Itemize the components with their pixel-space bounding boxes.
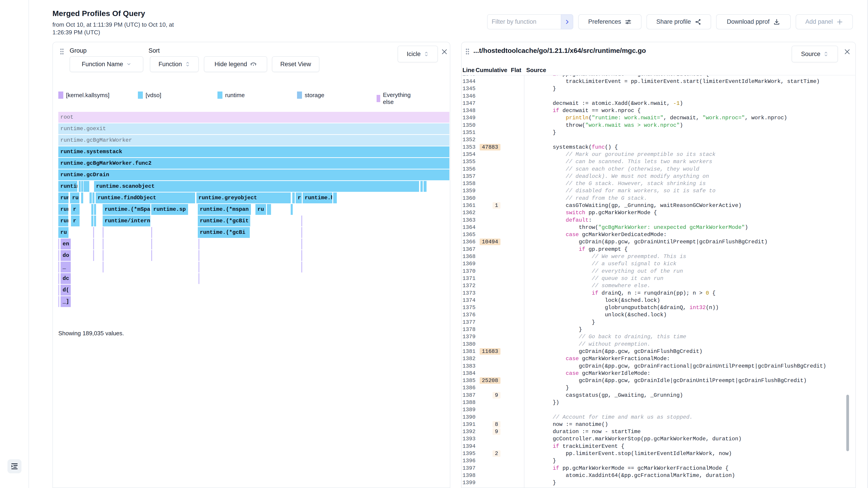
flame-cell-runtime.gcBgMarkWorker[interactable]: runtime.gcBgMarkWorker: [58, 135, 450, 146]
flame-cell-rur[interactable]: rur: [58, 204, 68, 215]
source-line-row[interactable]: 1399 }: [462, 479, 855, 486]
flame-cell[interactable]: [151, 227, 152, 238]
flame-cell[interactable]: [81, 193, 83, 203]
source-line-row[interactable]: 1348 if decnwait == work.nproc {: [462, 107, 855, 114]
drag-handle-icon[interactable]: [465, 48, 470, 55]
source-line-row[interactable]: 1360 // read from the G stack.: [462, 195, 855, 202]
source-line-row[interactable]: 1344 trackLimiterEvent = pp.limiterEvent…: [462, 78, 855, 85]
flame-cell[interactable]: [267, 204, 271, 215]
flame-cell-runtime.gcBgMarkWorker.func2[interactable]: runtime.gcBgMarkWorker.func2: [58, 158, 450, 169]
source-line-row[interactable]: 1371 // queue so it can run: [462, 275, 855, 282]
source-line-row[interactable]: 1346: [462, 92, 855, 100]
flame-cell[interactable]: [103, 238, 103, 250]
flame-cell-dc[interactable]: dc: [61, 273, 71, 284]
source-line-row[interactable]: 1397 if pp.gcMarkWorkerMode == gcMarkWor…: [462, 464, 855, 472]
source-line-row[interactable]: 1394 if trackLimiterEvent {: [462, 443, 855, 450]
flame-cell[interactable]: [58, 296, 59, 307]
source-line-row[interactable]: 1386 }: [462, 384, 855, 392]
flame-cell[interactable]: [103, 250, 103, 261]
flame-cell[interactable]: [58, 262, 59, 272]
flame-cell[interactable]: [301, 250, 302, 261]
view-mode-select[interactable]: Source: [792, 46, 838, 62]
flame-cell-root[interactable]: root: [58, 112, 450, 123]
source-line-row[interactable]: 1400: [462, 486, 855, 488]
close-panel-icon[interactable]: [441, 48, 448, 55]
flame-cell-_[interactable]: _: [61, 262, 71, 272]
download-pprof-button[interactable]: Download pprof: [716, 14, 791, 29]
source-line-row[interactable]: 1388 }): [462, 399, 855, 406]
flame-cell-d([interactable]: d(: [61, 285, 71, 295]
source-line-row[interactable]: 1393 gcController.markWorkerStop(pp.gcMa…: [462, 435, 855, 443]
source-line-row[interactable]: 1378 }: [462, 326, 855, 333]
flame-cell-runtime.(*mSpa[interactable]: runtime.(*mSpa: [103, 204, 150, 215]
flame-cell-runtime.(*gcBi[interactable]: runtime.(*gcBi: [198, 227, 250, 238]
flame-cell[interactable]: [292, 193, 295, 203]
source-line-row[interactable]: 1345 }: [462, 85, 855, 92]
source-line-row[interactable]: 1390 // Account for time and mark us as …: [462, 414, 855, 421]
source-line-row[interactable]: 1373 if drainQ, n := runqdrain(pp); n > …: [462, 289, 855, 297]
source-line-row[interactable]: 136610494 gcDrain(&pp.gcw, gcDrainUntilP…: [462, 238, 855, 246]
source-line-row[interactable]: 135347883 systemstack(func() {: [462, 143, 855, 151]
hide-legend-button[interactable]: Hide legend: [204, 56, 267, 72]
group-select[interactable]: Function Name: [70, 56, 143, 72]
source-line-row[interactable]: 1367 if gp.preempt {: [462, 246, 855, 253]
flame-cell[interactable]: [91, 204, 93, 215]
source-line-row[interactable]: 138525208 gcDrain(&pp.gcw, gcDrainIdle|g…: [462, 377, 855, 384]
source-line-row[interactable]: 1355 // can be scanned. This lets two ma…: [462, 158, 855, 165]
flame-cell-r[interactable]: r: [71, 204, 80, 215]
source-line-row[interactable]: 1383 gcDrain(&pp.gcw, gcDrainFractional|…: [462, 362, 855, 369]
flame-cell[interactable]: [92, 193, 94, 203]
source-line-row[interactable]: 1384 case gcMarkWorkerIdleMode:: [462, 369, 855, 377]
flame-cell[interactable]: [93, 227, 94, 238]
flame-cell[interactable]: [151, 238, 152, 250]
flame-cell-runtime.greyobject[interactable]: runtime.greyobject: [196, 193, 291, 203]
source-line-row[interactable]: 1365 case gcMarkWorkerDedicatedMode:: [462, 231, 855, 238]
sort-select[interactable]: Function: [150, 56, 199, 72]
source-line-row[interactable]: 13879 casgstatus(gp, _Gwaiting, _Grunnin…: [462, 392, 855, 399]
source-line-row[interactable]: 1364 throw("gcBgMarkWorker: unexpected g…: [462, 224, 855, 231]
flame-cell[interactable]: [198, 273, 199, 284]
flame-cell[interactable]: [301, 216, 302, 226]
flame-cell-runtime.scanobject[interactable]: runtime.scanobject: [94, 181, 419, 192]
flame-cell[interactable]: [198, 250, 199, 261]
flame-cell-rur[interactable]: rur: [58, 216, 68, 226]
flame-cell[interactable]: [93, 238, 94, 250]
toggle-sidebar-button[interactable]: [7, 459, 22, 473]
source-line-row[interactable]: 13611 casGToWaiting(gp, _Grunning, waitR…: [462, 202, 855, 209]
close-panel-icon[interactable]: [844, 48, 851, 55]
flame-cell[interactable]: [81, 181, 83, 192]
source-line-row[interactable]: 1357 // deadlock). We must not modify an…: [462, 173, 855, 180]
source-line-row[interactable]: 1382 case gcMarkWorkerFractionalMode:: [462, 355, 855, 362]
flame-cell-runtime.goexit[interactable]: runtime.goexit: [58, 123, 450, 134]
flame-cell-ru[interactable]: ru: [255, 204, 266, 215]
source-line-row[interactable]: 1358 // the G stack. However, stack shri…: [462, 180, 855, 187]
source-line-row[interactable]: 1389: [462, 406, 855, 414]
flame-cell[interactable]: [58, 273, 59, 284]
flame-cell-ru[interactable]: ru: [70, 193, 79, 203]
flame-cell[interactable]: [103, 262, 103, 272]
source-line-row[interactable]: 1375 globrunqputbatch(&drainQ, int32(n)): [462, 304, 855, 311]
source-line-row[interactable]: 1369 // a useful signal to kick: [462, 260, 855, 267]
flame-cell-r[interactable]: r: [296, 193, 302, 203]
preferences-button[interactable]: Preferences: [578, 14, 642, 29]
flame-cell-run[interactable]: run: [58, 193, 68, 203]
flame-cell[interactable]: [79, 181, 81, 192]
source-line-row[interactable]: 1351 }: [462, 129, 855, 136]
source-line-row[interactable]: 1372 // somewhere else.: [462, 282, 855, 289]
flame-cell-runtim[interactable]: runtim: [58, 181, 77, 192]
filter-by-function-input[interactable]: [487, 14, 561, 29]
flame-cell[interactable]: [94, 216, 96, 226]
source-line-row[interactable]: 1377 }: [462, 319, 855, 326]
source-line-row[interactable]: 1343 if pp.gcMarkWorkerMode == gcMarkWor…: [462, 75, 855, 78]
flame-cell[interactable]: [58, 238, 59, 250]
flame-cell[interactable]: [301, 227, 302, 238]
source-code-view[interactable]: 1343 if pp.gcMarkWorkerMode == gcMarkWor…: [462, 75, 855, 488]
source-line-row[interactable]: 1363 default:: [462, 217, 855, 224]
flame-cell[interactable]: [198, 262, 199, 272]
flame-cell-runtime.(*mspan[interactable]: runtime.(*mspan: [198, 204, 251, 215]
flame-cell[interactable]: [87, 181, 89, 192]
flame-cell-runtime.systemstack[interactable]: runtime.systemstack: [58, 147, 450, 157]
flame-cell[interactable]: [333, 193, 337, 203]
source-line-row[interactable]: 1359 // disabled for mark workers, so it…: [462, 187, 855, 195]
filter-submit-button[interactable]: [561, 14, 573, 29]
